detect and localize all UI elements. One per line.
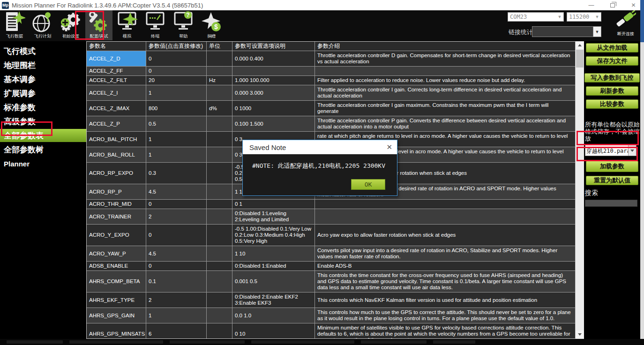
window-title: Mission Planner For Radiolink 1.3.49.6 A…: [12, 2, 203, 9]
sidebar-item-基本调参[interactable]: 基本调参: [0, 72, 86, 86]
param-value-cell[interactable]: 0: [146, 262, 207, 270]
toolbar-item-label: 初始设置: [62, 33, 79, 39]
sidebar-item-高级参数[interactable]: 高级参数: [0, 114, 86, 128]
sidebar-item-标准参数[interactable]: 标准参数: [0, 100, 86, 114]
reset-defaults-button[interactable]: 重置为默认值: [586, 176, 638, 185]
param-name-cell[interactable]: ACCEL_Z_FILT: [87, 76, 146, 85]
table-scrollbar[interactable]: [576, 41, 584, 339]
link-stats-select[interactable]: ▼: [532, 26, 601, 37]
search-input[interactable]: [585, 200, 637, 207]
param-name-cell[interactable]: AHRS_GPS_MINSATS: [87, 323, 146, 339]
param-name-cell[interactable]: ADSB_ENABLE: [87, 262, 146, 270]
param-value-cell[interactable]: 0.3: [146, 163, 207, 184]
param-value-cell[interactable]: 1: [146, 132, 207, 147]
restore-button[interactable]: [602, 0, 623, 10]
param-action-button-4[interactable]: 比较参数: [586, 99, 638, 109]
load-params-button[interactable]: 加载参数: [586, 161, 638, 172]
restore-icon: [610, 3, 615, 8]
param-unit-cell: [207, 262, 232, 270]
dialog-ok-button[interactable]: OK: [351, 179, 385, 190]
toolbar-item-donate[interactable]: $ 捐赠: [198, 10, 225, 40]
param-value-cell[interactable]: 0.5: [146, 116, 207, 131]
param-name-cell[interactable]: ACRO_YAW_P: [87, 246, 146, 261]
param-value-cell[interactable]: 0: [146, 200, 207, 209]
terminal-icon: [144, 11, 166, 33]
chevron-down-icon: ▼: [593, 15, 601, 19]
disconnect-button[interactable]: 断开连接: [612, 10, 640, 37]
param-file-select[interactable]: 穿越机210.param: [585, 145, 637, 156]
units-note-text: 所有单位都会以原始格式储存，不会被缩放: [585, 121, 640, 142]
param-value-cell[interactable]: 0: [146, 225, 207, 246]
param-name-cell[interactable]: ACRO_THR_MID: [87, 200, 146, 209]
param-value-cell[interactable]: 800: [146, 101, 207, 116]
param-unit-cell: [207, 323, 232, 339]
scroll-up-button[interactable]: [576, 41, 584, 49]
param-desc-cell: Enable ADS-B: [315, 262, 573, 270]
sidebar-item-Planner[interactable]: Planner: [0, 157, 86, 171]
param-value-cell[interactable]: 0: [146, 51, 207, 66]
svg-text:$: $: [214, 23, 218, 30]
param-value-cell[interactable]: 4.5: [146, 246, 207, 261]
param-desc-cell: This controls how much to use the GPS to…: [315, 308, 573, 323]
column-header[interactable]: 单位: [207, 42, 232, 51]
toolbar-item-config-tuning[interactable]: 配置/调试: [85, 10, 112, 40]
param-unit-cell: d%: [207, 101, 232, 116]
param-value-cell[interactable]: 2: [146, 209, 207, 224]
sidebar-item-全部参数树[interactable]: 全部参数树: [0, 142, 86, 157]
param-name-cell[interactable]: ACRO_TRAINER: [87, 209, 146, 224]
toolbar-item-terminal[interactable]: 终端: [142, 10, 169, 40]
chevron-down-icon: [628, 145, 636, 156]
param-name-cell[interactable]: ACRO_BAL_ROLL: [87, 147, 146, 162]
param-value-cell[interactable]: 0: [146, 67, 207, 75]
param-name-cell[interactable]: ACCEL_Z_IMAX: [87, 101, 146, 116]
param-value-cell[interactable]: 2: [146, 292, 207, 308]
sidebar-item-扩展调参[interactable]: 扩展调参: [0, 86, 86, 100]
param-action-button-1[interactable]: 保存为文件: [586, 56, 638, 66]
com-port-select[interactable]: COM23 ▼: [508, 12, 564, 22]
param-value-cell[interactable]: 20: [146, 76, 207, 85]
param-name-cell[interactable]: ACRO_RP_P: [87, 184, 146, 199]
param-value-cell[interactable]: 1: [146, 308, 207, 323]
column-header[interactable]: 参数可设置选项说明: [232, 42, 315, 51]
dialog-title: Saved Note: [249, 143, 286, 151]
toolbar-item-flight-plan[interactable]: 飞行计划: [29, 10, 56, 40]
sidebar-item-selected[interactable]: 全部参数表: [0, 129, 86, 142]
param-value-cell[interactable]: 1: [146, 147, 207, 162]
os-taskbar: [0, 339, 644, 345]
param-value-cell[interactable]: 1: [146, 85, 207, 100]
sidebar-item-地理围栏[interactable]: 地理围栏: [0, 58, 86, 72]
param-row-ACCEL_Z_FF: ACCEL_Z_FF0: [87, 67, 575, 76]
param-name-cell[interactable]: ACRO_BAL_PITCH: [87, 132, 146, 147]
param-name-cell[interactable]: ACCEL_Z_P: [87, 116, 146, 131]
param-name-cell[interactable]: ACCEL_Z_FF: [87, 67, 146, 75]
param-action-button-3[interactable]: 刷新参数: [586, 86, 638, 96]
column-header[interactable]: 参数介绍: [315, 42, 573, 51]
scrollbar-thumb[interactable]: [576, 50, 584, 68]
param-name-cell[interactable]: ACRO_Y_EXPO: [87, 225, 146, 246]
param-name-cell[interactable]: AHRS_COMP_BETA: [87, 271, 146, 292]
scroll-down-button[interactable]: [576, 330, 584, 338]
toolbar-item-flight-data[interactable]: 飞行数据: [1, 10, 28, 40]
sidebar-item-飞行模式[interactable]: 飞行模式: [0, 44, 86, 58]
minimize-button[interactable]: —: [581, 0, 602, 10]
param-value-cell[interactable]: 6: [146, 323, 207, 339]
column-header[interactable]: 参数名: [87, 42, 146, 51]
toolbar-item-initial-setup[interactable]: 初始设置: [57, 10, 84, 40]
param-name-cell[interactable]: AHRS_GPS_GAIN: [87, 308, 146, 323]
param-action-button-0[interactable]: 从文件加载: [586, 43, 638, 52]
dialog-title-bar[interactable]: Saved Note ✕: [243, 140, 397, 154]
toolbar-item-simulation[interactable]: 模拟: [113, 10, 141, 40]
baud-rate-select[interactable]: 115200 ▼: [567, 12, 601, 22]
param-action-button-2[interactable]: 写入参数到飞控: [584, 73, 640, 82]
dialog-close-button[interactable]: ✕: [386, 143, 392, 151]
param-value-cell[interactable]: 4.5: [146, 184, 207, 199]
column-header[interactable]: 参数值(点击直接修改): [146, 42, 207, 51]
toolbar-item-help[interactable]: ? 帮助: [170, 10, 197, 40]
param-name-cell[interactable]: ACCEL_Z_I: [87, 85, 146, 100]
link-stats-label: 链接统计: [509, 28, 533, 37]
param-name-cell[interactable]: AHRS_EKF_TYPE: [87, 292, 146, 308]
param-name-cell[interactable]: ACRO_RP_EXPO: [87, 163, 146, 184]
param-options-cell: 0 1000: [232, 101, 315, 116]
param-name-cell[interactable]: ACCEL_Z_D: [87, 51, 146, 66]
param-value-cell[interactable]: 0.1: [146, 271, 207, 292]
